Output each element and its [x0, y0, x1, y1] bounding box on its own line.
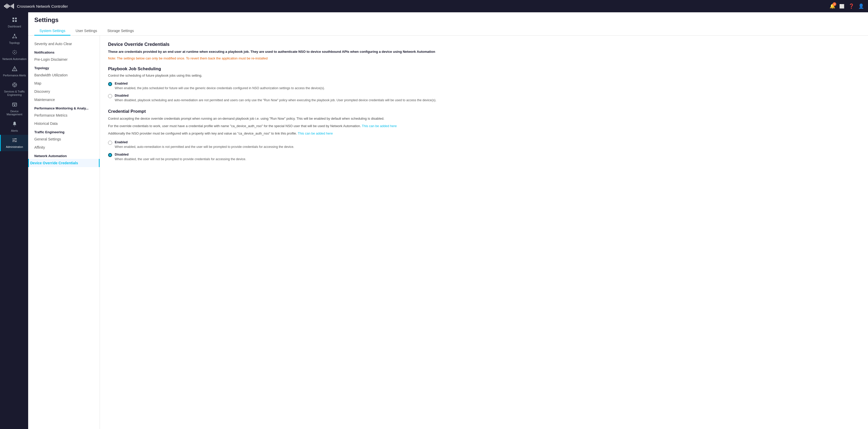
tabs-container: System Settings User Settings Storage Se…: [34, 27, 862, 35]
share-button[interactable]: ⬜: [839, 4, 844, 9]
left-panel-item-performance-metrics[interactable]: Performance Metrics: [28, 111, 100, 119]
playbook-scheduling-options: Enabled When enabled, the jobs scheduled…: [108, 82, 860, 103]
left-panel-item-pre-login[interactable]: Pre-Login Disclaimer: [28, 55, 100, 63]
scheduling-enabled-radio[interactable]: [108, 82, 112, 86]
scheduling-disabled-label: Disabled When disabled, playbook schedul…: [115, 93, 436, 103]
prompt-enabled-radio[interactable]: [108, 141, 112, 145]
svg-rect-0: [4, 5, 5, 7]
tab-user-settings[interactable]: User Settings: [70, 27, 102, 36]
top-nav: Crosswork Network Controller 🔔 1 ⬜ ❓ 👤: [0, 0, 868, 12]
page-title: Settings: [34, 17, 862, 24]
svg-point-25: [13, 53, 13, 54]
notification-button[interactable]: 🔔 1: [830, 3, 835, 9]
left-panel-item-discovery[interactable]: Discovery: [28, 87, 100, 95]
left-panel-item-severity[interactable]: Severity and Auto Clear: [28, 40, 100, 48]
tab-system-settings[interactable]: System Settings: [34, 27, 70, 36]
prompt-disabled-desc: When disabled, the user will not be prom…: [115, 158, 246, 161]
cisco-logo: [4, 4, 14, 9]
svg-rect-1: [5, 5, 6, 8]
credential-prompt-title: Credential Prompt: [108, 109, 860, 114]
left-panel-section-traffic: Traffic Engineering: [28, 127, 100, 135]
svg-point-20: [14, 54, 15, 55]
prompt-disabled-option: Disabled When disabled, the user will no…: [108, 152, 860, 162]
svg-point-31: [13, 84, 16, 86]
left-panel-item-affinity[interactable]: Affinity: [28, 143, 100, 151]
main-layout: Dashboard Topology Network Automation Pe…: [0, 12, 868, 429]
sidebar-item-label: Dashboard: [8, 25, 21, 28]
left-panel-item-general-settings[interactable]: General Settings: [28, 135, 100, 143]
credential-desc-1: Control accepting the device override cr…: [108, 116, 860, 121]
prompt-disabled-radio[interactable]: [108, 153, 112, 157]
left-panel-section-topology: Topology: [28, 63, 100, 71]
content-area: Settings System Settings User Settings S…: [28, 12, 868, 429]
svg-rect-10: [12, 20, 14, 22]
svg-point-12: [14, 34, 15, 35]
left-panel-item-device-override[interactable]: Device Override Credentials: [28, 159, 100, 167]
svg-rect-9: [15, 18, 17, 19]
svg-rect-11: [15, 20, 17, 22]
sidebar-item-device-management[interactable]: Device Management: [0, 99, 28, 119]
scheduling-enabled-title: Enabled: [115, 82, 325, 85]
svg-point-18: [14, 52, 15, 53]
left-panel-item-map[interactable]: Map: [28, 79, 100, 87]
prompt-disabled-label: Disabled When disabled, the user will no…: [115, 152, 246, 162]
left-panel-item-historical-data[interactable]: Historical Data: [28, 119, 100, 127]
sidebar-item-label: Performance Alerts: [3, 74, 26, 77]
prompt-enabled-desc: When enabled, auto-remediation is not pe…: [115, 145, 294, 149]
sidebar-item-performance-alerts[interactable]: Performance Alerts: [0, 63, 28, 80]
left-panel-item-maintenance[interactable]: Maintenance: [28, 95, 100, 104]
svg-rect-4: [9, 5, 10, 7]
sidebar-item-label: Alerts: [11, 129, 18, 133]
sidebar-item-label: Network Automation: [3, 57, 27, 61]
note-text: Note: The settings below can only be mod…: [108, 56, 860, 60]
sidebar-item-label: Administration: [6, 145, 23, 149]
topology-icon: [12, 33, 18, 40]
svg-point-26: [16, 51, 16, 52]
credential-link-2[interactable]: This can be added here: [298, 132, 333, 135]
device-management-icon: [12, 102, 18, 109]
svg-rect-7: [13, 4, 14, 8]
svg-point-22: [16, 52, 17, 53]
sidebar: Dashboard Topology Network Automation Pe…: [0, 12, 28, 429]
sidebar-item-label: Services & Traffic Engineering: [2, 90, 27, 96]
prompt-disabled-title: Disabled: [115, 152, 246, 156]
app-title: Crosswork Network Controller: [17, 4, 68, 8]
sidebar-item-administration[interactable]: Administration: [0, 135, 28, 151]
section-title: Device Override Credentials: [108, 42, 860, 47]
playbook-scheduling-title: Playbook Job Scheduling: [108, 66, 860, 72]
help-button[interactable]: ❓: [848, 3, 854, 9]
svg-line-15: [13, 35, 14, 37]
help-icon: ❓: [848, 4, 854, 9]
playbook-scheduling-desc: Control the scheduling of future playboo…: [108, 74, 860, 77]
top-nav-right: 🔔 1 ⬜ ❓ 👤: [830, 3, 864, 9]
page-header: Settings System Settings User Settings S…: [28, 12, 868, 36]
svg-point-43: [15, 140, 16, 141]
sidebar-item-network-automation[interactable]: Network Automation: [0, 47, 28, 63]
sidebar-item-label: Device Management: [2, 110, 27, 116]
scheduling-disabled-radio[interactable]: [108, 94, 112, 98]
services-traffic-icon: [12, 82, 18, 89]
svg-point-24: [16, 53, 16, 54]
svg-point-23: [13, 51, 13, 52]
dashboard-icon: [12, 17, 18, 24]
left-panel-item-bandwidth[interactable]: Bandwidth Utilization: [28, 71, 100, 79]
scheduling-disabled-option: Disabled When disabled, playbook schedul…: [108, 93, 860, 103]
sidebar-item-alerts[interactable]: Alerts: [0, 119, 28, 135]
administration-icon: [12, 137, 18, 144]
credential-link-1[interactable]: This can be added here: [362, 124, 397, 128]
credential-desc-2-text: For the override credentials to work, us…: [108, 124, 362, 128]
sidebar-item-dashboard[interactable]: Dashboard: [0, 15, 28, 31]
credential-desc-3-text: Additionally the NSO provider must be co…: [108, 132, 298, 135]
left-panel-section-network-automation: Network Automation: [28, 151, 100, 159]
sidebar-item-topology[interactable]: Topology: [0, 31, 28, 47]
svg-rect-6: [12, 5, 12, 8]
svg-rect-8: [12, 18, 14, 19]
left-panel-section-performance: Performance Monitoring & Analy...: [28, 104, 100, 111]
sidebar-item-services-traffic[interactable]: Services & Traffic Engineering: [0, 80, 28, 99]
right-panel: Device Override Credentials These are cr…: [100, 36, 868, 429]
svg-line-16: [14, 35, 16, 37]
tab-storage-settings[interactable]: Storage Settings: [102, 27, 139, 36]
scheduling-enabled-option: Enabled When enabled, the jobs scheduled…: [108, 82, 860, 91]
user-button[interactable]: 👤: [858, 3, 864, 9]
svg-point-21: [12, 52, 13, 53]
